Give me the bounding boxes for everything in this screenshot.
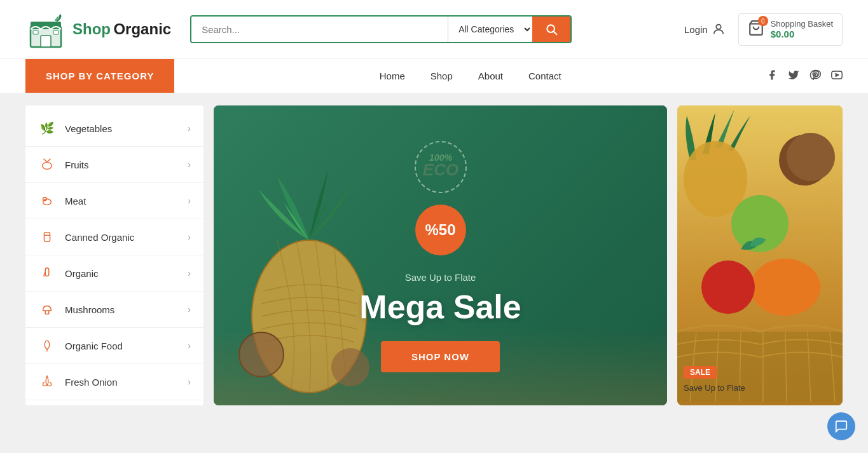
percent-badge-container: %50	[359, 205, 521, 264]
right-panel-save-label: Save Up to Flate	[684, 383, 745, 393]
sidebar-item-left-canned: Canned Organic	[38, 228, 134, 246]
svg-rect-4	[33, 30, 38, 34]
basket-price: $0.00	[771, 29, 795, 39]
sidebar-item-left-vegetables: 🌿 Vegetables	[38, 119, 112, 137]
svg-text:ECO: ECO	[422, 160, 458, 179]
shop-by-category-button[interactable]: SHOP BY CATEGORY	[25, 59, 174, 93]
organic-food-icon	[38, 337, 56, 355]
right-panel-svg	[677, 105, 843, 405]
pinterest-icon[interactable]	[809, 69, 821, 83]
user-icon	[712, 22, 726, 36]
basket-button[interactable]: 0 Shopping Basket $0.00	[738, 13, 843, 46]
sidebar-item-meat[interactable]: Meat ›	[25, 183, 203, 219]
organic-icon	[38, 264, 56, 282]
nav-link-about[interactable]: About	[478, 71, 503, 81]
eco-circle: 100% ECO	[412, 139, 469, 196]
sidebar-item-fresh-onion[interactable]: Fresh Onion ›	[25, 364, 203, 400]
search-icon	[545, 23, 558, 36]
svg-point-11	[43, 162, 52, 169]
logo-organic-text: Organic	[113, 20, 171, 37]
basket-count: 0	[758, 16, 768, 26]
sidebar-item-left-organic: Organic	[38, 264, 99, 282]
nav-links: Home Shop About Contact	[174, 71, 766, 82]
chevron-right-icon-organic-food: ›	[188, 341, 191, 351]
nav-item-contact[interactable]: Contact	[528, 71, 561, 82]
nav-item-shop[interactable]: Shop	[431, 71, 453, 82]
fruits-icon	[38, 156, 56, 173]
sidebar-label-fruits: Fruits	[65, 159, 89, 170]
svg-marker-10	[836, 73, 838, 76]
chevron-right-icon: ›	[188, 123, 191, 133]
right-panel: SALE Save Up to Flate	[677, 105, 843, 405]
search-input[interactable]	[191, 17, 448, 42]
save-text: Save Up to Flate	[359, 272, 521, 283]
sidebar-label-meat: Meat	[65, 196, 86, 206]
sidebar-item-left-organic-food: Organic Food	[38, 337, 123, 355]
header: Shop Organic All Categories Vegetables F…	[0, 0, 868, 58]
sidebar-label-vegetables: Vegetables	[65, 123, 112, 134]
youtube-icon[interactable]	[831, 69, 843, 83]
basket-label: Shopping Basket	[771, 19, 833, 29]
sidebar-label-mushrooms: Mushrooms	[65, 304, 114, 315]
right-panel-fruits	[677, 105, 843, 405]
header-right: Login 0 Shopping Basket $0.00	[684, 13, 843, 46]
sidebar-item-canned-organic[interactable]: Canned Organic ›	[25, 219, 203, 255]
sale-badge-text: SALE	[690, 368, 710, 377]
hero-banner: 100% ECO %50 Save Up to Flate Mega Sale …	[214, 105, 667, 405]
sidebar: 🌿 Vegetables › Fruits › Meat ›	[25, 105, 203, 405]
svg-line-7	[554, 32, 557, 35]
category-select[interactable]: All Categories Vegetables Fruits Meat	[448, 17, 532, 42]
eco-badge-container: 100% ECO	[412, 139, 469, 198]
mushrooms-icon	[38, 301, 56, 318]
svg-rect-3	[41, 36, 51, 47]
hero-content: 100% ECO %50 Save Up to Flate Mega Sale …	[347, 126, 534, 385]
login-label: Login	[684, 24, 708, 35]
right-panel-save-text: Save Up to Flate	[684, 383, 745, 393]
chevron-right-icon-mushrooms: ›	[188, 304, 191, 314]
sidebar-label-canned: Canned Organic	[65, 232, 134, 243]
svg-point-12	[43, 199, 52, 205]
fresh-onion-icon	[38, 373, 56, 391]
sidebar-item-left-fresh-onion: Fresh Onion	[38, 373, 118, 391]
nav-item-home[interactable]: Home	[380, 71, 405, 82]
sale-badge: SALE	[684, 366, 717, 379]
login-button[interactable]: Login	[684, 22, 726, 36]
svg-point-8	[716, 25, 720, 29]
svg-point-34	[701, 260, 755, 314]
percent-badge-text: %50	[425, 221, 455, 239]
canned-icon	[38, 228, 56, 246]
chevron-right-icon-canned: ›	[188, 232, 191, 242]
meat-icon	[38, 192, 56, 210]
sidebar-item-organic-food[interactable]: Organic Food ›	[25, 328, 203, 364]
shop-icon	[25, 9, 66, 50]
vegetables-icon: 🌿	[38, 119, 56, 137]
nav-link-contact[interactable]: Contact	[528, 71, 561, 81]
sidebar-item-left-meat: Meat	[38, 192, 86, 210]
sidebar-item-left-mushrooms: Mushrooms	[38, 301, 114, 318]
facebook-icon[interactable]	[766, 69, 778, 83]
sidebar-label-fresh-onion: Fresh Onion	[65, 377, 118, 388]
sidebar-item-fruits[interactable]: Fruits ›	[25, 147, 203, 183]
nav-item-about[interactable]: About	[478, 71, 503, 82]
twitter-icon[interactable]	[788, 69, 799, 83]
search-button[interactable]	[532, 17, 570, 42]
nav-social	[766, 69, 843, 83]
navbar: SHOP BY CATEGORY Home Shop About Contact	[0, 58, 868, 93]
sidebar-item-mushrooms[interactable]: Mushrooms ›	[25, 292, 203, 328]
right-panel-image: SALE Save Up to Flate	[677, 105, 843, 405]
sidebar-item-vegetables[interactable]: 🌿 Vegetables ›	[25, 111, 203, 147]
shop-now-button[interactable]: SHOP NOW	[381, 341, 500, 372]
chevron-right-icon-fruits: ›	[188, 159, 191, 170]
svg-point-33	[750, 259, 820, 316]
chevron-right-icon-meat: ›	[188, 196, 191, 206]
nav-link-home[interactable]: Home	[380, 71, 405, 81]
chevron-right-icon-organic: ›	[188, 268, 191, 278]
sidebar-item-left-fruits: Fruits	[38, 156, 89, 173]
sidebar-label-organic-food: Organic Food	[65, 341, 123, 351]
sidebar-item-organic[interactable]: Organic ›	[25, 255, 203, 292]
nav-link-shop[interactable]: Shop	[431, 71, 453, 81]
chat-button[interactable]	[827, 412, 855, 418]
logo-shop-text: Shop	[72, 20, 111, 37]
logo[interactable]: Shop Organic	[25, 9, 171, 50]
chevron-right-icon-fresh-onion: ›	[188, 377, 191, 387]
